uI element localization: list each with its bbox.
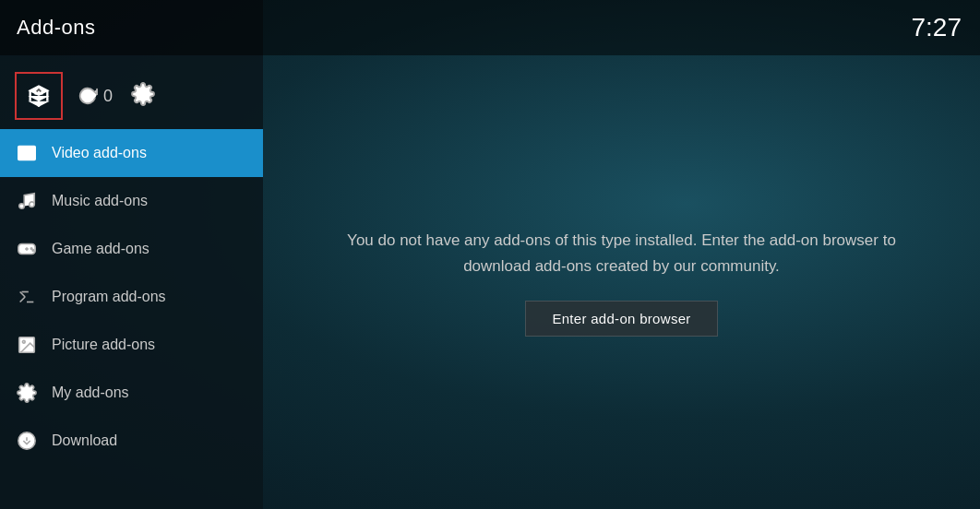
header-bar: Add-ons 7:27: [0, 0, 980, 55]
refresh-icon: [78, 86, 98, 106]
svg-point-11: [30, 202, 35, 207]
sidebar-item-music[interactable]: Music add-ons: [0, 177, 263, 225]
svg-line-17: [20, 292, 26, 298]
sidebar-item-myaddon[interactable]: My add-ons: [0, 369, 263, 417]
sidebar-label-video: Video add-ons: [52, 145, 147, 161]
svg-point-22: [22, 340, 25, 343]
sidebar-item-video[interactable]: Video add-ons: [0, 129, 263, 177]
page-title: Add-ons: [17, 16, 95, 40]
sidebar: 0 Video add-ons: [0, 0, 263, 509]
svg-point-15: [30, 248, 31, 249]
clock: 7:27: [912, 0, 962, 55]
svg-point-16: [32, 250, 33, 251]
main-content: You do not have any add-ons of this type…: [263, 55, 980, 509]
sidebar-item-download[interactable]: Download: [0, 417, 263, 465]
sidebar-label-download: Download: [52, 432, 117, 449]
sidebar-item-picture[interactable]: Picture add-ons: [0, 321, 263, 369]
sidebar-item-program[interactable]: Program add-ons: [0, 273, 263, 321]
myaddon-icon: [15, 381, 39, 405]
settings-icon[interactable]: [131, 82, 155, 110]
enter-browser-button[interactable]: Enter add-on browser: [525, 301, 717, 337]
sidebar-label-program: Program add-ons: [52, 289, 166, 305]
sidebar-label-music: Music add-ons: [52, 193, 148, 209]
sidebar-item-game[interactable]: Game add-ons: [0, 225, 263, 273]
sidebar-label-game: Game add-ons: [52, 241, 149, 257]
video-icon: [15, 141, 39, 165]
picture-icon: [15, 333, 39, 357]
game-icon: [15, 237, 39, 261]
svg-line-18: [20, 297, 26, 302]
sidebar-icons-row: 0: [0, 55, 263, 129]
svg-point-10: [19, 204, 25, 209]
sidebar-label-picture: Picture add-ons: [52, 337, 155, 353]
refresh-count: 0: [103, 87, 113, 106]
refresh-area[interactable]: 0: [78, 86, 113, 106]
addon-box-icon[interactable]: [15, 72, 63, 120]
sidebar-label-myaddon: My add-ons: [52, 385, 129, 401]
music-icon: [15, 189, 39, 213]
program-icon: [15, 285, 39, 309]
download-icon: [15, 429, 39, 453]
empty-message: You do not have any add-ons of this type…: [345, 228, 899, 278]
